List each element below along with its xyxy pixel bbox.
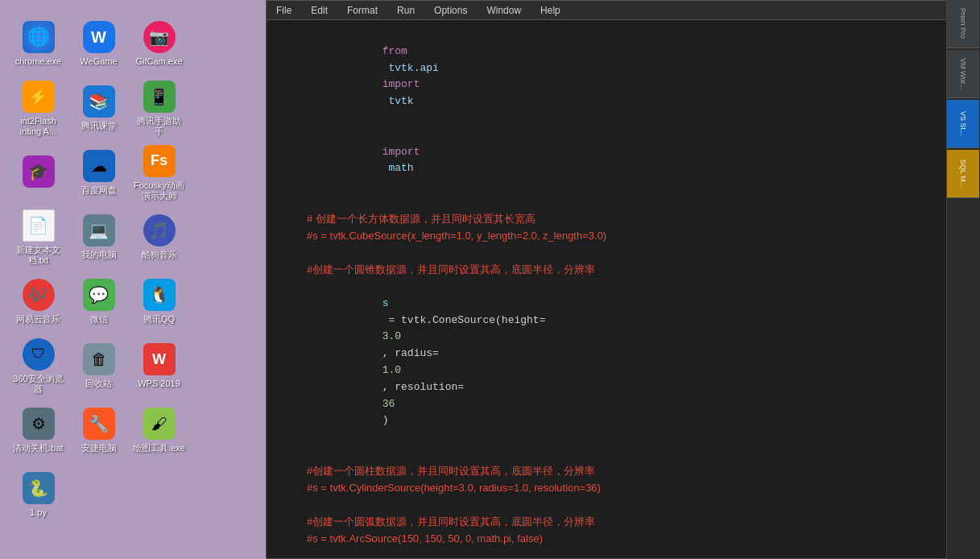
icon-label-txgame: 腾讯手游助手	[133, 116, 185, 137]
icon-txclass[interactable]: 📚 腾讯课堂	[68, 77, 129, 141]
code-line-blank-3	[267, 446, 946, 463]
icon-qq[interactable]: 🐧 腾讯QQ	[129, 270, 189, 334]
code-line-comment-6: #创建一个圆弧数据源，并且同时设置其高，底圆半径，分辨率	[267, 514, 946, 531]
icon-grid: 🌐 chrome.exe W WeGame 📷 GifCam.exe ⚡	[4, 8, 173, 532]
icon-netease[interactable]: 🎶 网易云音乐	[8, 270, 68, 334]
code-comment-1: # 创建一个长方体数据源，并且同时设置其长宽高	[307, 211, 535, 228]
menu-file[interactable]: File	[273, 3, 295, 18]
menu-format[interactable]: Format	[344, 3, 381, 18]
icon-pc[interactable]: 💻 我的电脑	[68, 205, 129, 270]
icon-wps[interactable]: W WPS 2019	[129, 334, 189, 399]
icon-label-baiduwang: 百度网盘	[81, 185, 117, 196]
right-edge-button-2[interactable]: VM Wor...	[947, 50, 979, 98]
icon-label-huitu: 绘图工具.exe	[133, 443, 185, 453]
menu-options[interactable]: Options	[431, 3, 470, 18]
icon-label-kugou: 酷狗音乐	[142, 250, 177, 260]
code-line-comment-2: #s = tvtk.CubeSource(x_length=1.0, y_len…	[267, 228, 946, 245]
icon-label-wegame: WeGame	[80, 56, 117, 67]
icon-python[interactable]: 🐍 1.py	[8, 463, 68, 528]
icon-label-python: 1.py	[30, 507, 47, 518]
icon-label-qq: 腾讯QQ	[143, 314, 175, 325]
icon-360[interactable]: 🛡 360安全浏览器	[8, 334, 68, 399]
code-area: from tvtk.api import tvtk import math	[267, 27, 957, 558]
icon-label-360: 360安全浏览器	[12, 374, 64, 395]
icon-label-int2flash: int2Flashinting A...	[20, 116, 56, 137]
code-line-2: import math	[267, 127, 946, 194]
desktop-icons-area: 🌐 chrome.exe W WeGame 📷 GifCam.exe ⚡	[0, 0, 177, 559]
icon-label-wechat: 微信	[90, 314, 108, 325]
code-line-comment-7: #s = tvtk.ArcSource(150, 150, 50, 0, mat…	[267, 531, 946, 548]
icon-recycle[interactable]: 🗑 回收站	[68, 334, 129, 399]
editor-window: File Edit Format Run Options Window Help…	[266, 0, 958, 559]
menu-edit[interactable]: Edit	[308, 3, 331, 18]
icon-focusky[interactable]: 🎓	[8, 141, 68, 205]
icon-label-wps: WPS 2019	[138, 379, 180, 389]
code-line-comment-3: #创建一个圆锥数据源，并且同时设置其高，底圆半径，分辨率	[267, 262, 946, 279]
right-edge-button-1[interactable]: Prem Pro	[947, 0, 979, 48]
icon-baiduwang[interactable]: ☁ 百度网盘	[68, 141, 129, 205]
icon-qidong[interactable]: ⚙ 清动关机.bat	[8, 399, 68, 463]
code-line-blank-5	[267, 548, 946, 558]
right-edge-button-3[interactable]: VS St...	[947, 100, 979, 148]
icon-chrome[interactable]: 🌐 chrome.exe	[8, 12, 68, 77]
icon-label-recycle: 回收站	[85, 379, 112, 389]
code-comment-3: #创建一个圆锥数据源，并且同时设置其高，底圆半径，分辨率	[307, 262, 595, 279]
editor-menubar: File Edit Format Run Options Window Help	[267, 1, 957, 20]
icon-wegame[interactable]: W WeGame	[68, 12, 129, 77]
icon-gifcam[interactable]: 📷 GifCam.exe	[129, 12, 189, 77]
icon-kugou[interactable]: 🎵 酷狗音乐	[129, 205, 189, 270]
right-edge-button-4[interactable]: SQL M...	[947, 150, 979, 198]
icon-label-pc: 我的电脑	[81, 250, 117, 260]
icon-int2flash[interactable]: ⚡ int2Flashinting A...	[8, 77, 68, 141]
icon-label-qidong: 清动关机.bat	[13, 443, 63, 453]
code-comment-6: #创建一个圆弧数据源，并且同时设置其高，底圆半径，分辨率	[307, 514, 595, 531]
icon-wechat[interactable]: 💬 微信	[68, 270, 129, 334]
icon-label-netease: 网易云音乐	[16, 314, 60, 325]
right-edge-panel: Prem Pro VM Wor... VS St... SQL M...	[946, 0, 980, 559]
code-line-comment-1: # 创建一个长方体数据源，并且同时设置其长宽高	[267, 211, 946, 228]
menu-help[interactable]: Help	[537, 3, 564, 18]
icon-newdoc[interactable]: 📄 新建文本文档.txt	[8, 205, 68, 270]
desktop: 🌐 chrome.exe W WeGame 📷 GifCam.exe ⚡	[0, 0, 980, 559]
icon-label-chrome: chrome.exe	[15, 56, 61, 67]
code-comment-5: #s = tvtk.CylinderSource(height=3.0, rad…	[307, 480, 601, 497]
code-line-4: s = tvtk.ConeSource(height= 3.0 , radius…	[267, 279, 946, 446]
code-line-blank-4	[267, 497, 946, 514]
editor-content[interactable]: from tvtk.api import tvtk import math	[267, 20, 957, 558]
code-text-1: from tvtk.api import tvtk	[307, 27, 445, 127]
icon-label-anjian: 安捷电脑	[81, 443, 117, 453]
icon-label-newdoc: 新建文本文档.txt	[12, 245, 64, 266]
code-line-1: from tvtk.api import tvtk	[267, 27, 946, 127]
icon-txgame[interactable]: 📱 腾讯手游助手	[129, 77, 189, 141]
icon-focusky2[interactable]: Fs Focusky动画演示大师	[129, 141, 189, 205]
code-line-blank-1	[267, 194, 946, 211]
code-comment-4: #创建一个圆柱数据源，并且同时设置其高，底圆半径，分辨率	[307, 463, 595, 480]
code-text-2: import math	[307, 127, 420, 194]
code-line-blank-2	[267, 245, 946, 262]
code-line-comment-5: #s = tvtk.CylinderSource(height=3.0, rad…	[267, 480, 946, 497]
menu-window[interactable]: Window	[483, 3, 524, 18]
icon-anjian[interactable]: 🔧 安捷电脑	[68, 399, 129, 463]
code-comment-7: #s = tvtk.ArcSource(150, 150, 50, 0, mat…	[307, 531, 543, 548]
code-comment-2: #s = tvtk.CubeSource(x_length=1.0, y_len…	[307, 228, 606, 245]
icon-label-gifcam: GifCam.exe	[135, 56, 182, 67]
icon-label-focusky2: Focusky动画演示大师	[133, 180, 185, 201]
code-line-comment-4: #创建一个圆柱数据源，并且同时设置其高，底圆半径，分辨率	[267, 463, 946, 480]
code-text-4: s = tvtk.ConeSource(height= 3.0 , radius…	[307, 279, 545, 446]
menu-run[interactable]: Run	[394, 3, 418, 18]
icon-huitu[interactable]: 🖌 绘图工具.exe	[129, 399, 189, 463]
icon-label-txclass: 腾讯课堂	[81, 121, 117, 131]
